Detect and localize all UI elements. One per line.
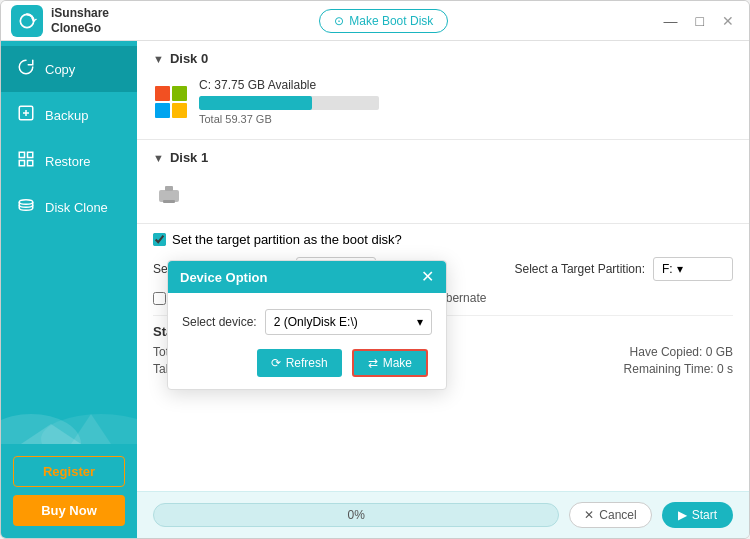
- disk1-area: ▼ Disk 1 Devi: [137, 140, 749, 224]
- svg-rect-4: [19, 152, 24, 157]
- disk0-header[interactable]: ▼ Disk 0: [153, 51, 733, 66]
- dialog-select-dropdown[interactable]: 2 (OnlyDisk E:\) ▾: [265, 309, 432, 335]
- minimize-button[interactable]: —: [659, 11, 683, 31]
- title-bar-center: ⊙ Make Boot Disk: [109, 9, 659, 33]
- restore-icon: [17, 150, 35, 172]
- dialog-header: Device Option ✕: [168, 261, 446, 293]
- disk0-title: Disk 0: [170, 51, 208, 66]
- cancel-icon: ✕: [584, 508, 594, 522]
- svg-rect-6: [19, 161, 24, 166]
- dropdown-chevron-icon: ▾: [417, 315, 423, 329]
- app-window: iSunshare CloneGo ⊙ Make Boot Disk — □ ✕: [0, 0, 750, 539]
- target-partition-label: Select a Target Partition:: [514, 262, 645, 276]
- register-button[interactable]: Register: [13, 456, 125, 487]
- have-copied-value: Have Copied: 0 GB: [630, 345, 733, 359]
- sidebar-disk-clone-label: Disk Clone: [45, 200, 108, 215]
- main-area: Copy Backup Restore: [1, 41, 749, 538]
- device-option-dialog: Device Option ✕ Select device: 2 (OnlyDi…: [167, 260, 447, 390]
- app-logo: [11, 5, 43, 37]
- disk1-item: [153, 173, 733, 213]
- cancel-button[interactable]: ✕ Cancel: [569, 502, 651, 528]
- title-bar-right: — □ ✕: [659, 11, 739, 31]
- sidebar-nav: Copy Backup Restore: [1, 41, 137, 245]
- remaining-time-value: Remaining Time: 0 s: [624, 362, 733, 376]
- boot-disk-icon: ⊙: [334, 14, 344, 28]
- disk0-area: ▼ Disk 0 C: 37.75 GB Available: [137, 41, 749, 140]
- target-partition-value: F:: [662, 262, 673, 276]
- disk0-info: C: 37.75 GB Available Total 59.37 GB: [199, 78, 733, 125]
- boot-checkbox-label: Set the target partition as the boot dis…: [172, 232, 402, 247]
- progress-text: 0%: [347, 508, 364, 522]
- disk0-item: C: 37.75 GB Available Total 59.37 GB: [153, 74, 733, 129]
- dialog-select-label: Select device:: [182, 315, 257, 329]
- make-boot-disk-button[interactable]: ⊙ Make Boot Disk: [319, 9, 448, 33]
- disk0-progress-bg: [199, 96, 379, 110]
- usb-drive-icon: [153, 177, 185, 209]
- dialog-box: Device Option ✕ Select device: 2 (OnlyDi…: [167, 260, 447, 390]
- close-button[interactable]: ✕: [717, 11, 739, 31]
- disk0-total: Total 59.37 GB: [199, 113, 733, 125]
- dialog-close-button[interactable]: ✕: [421, 269, 434, 285]
- sidebar-item-copy[interactable]: Copy: [1, 46, 137, 92]
- start-icon: ▶: [678, 508, 687, 522]
- refresh-icon: ⟳: [271, 356, 281, 370]
- make-button[interactable]: ⇄ Make: [352, 349, 428, 377]
- disk0-label: C: 37.75 GB Available: [199, 78, 733, 92]
- disk1-title: Disk 1: [170, 150, 208, 165]
- boot-checkbox[interactable]: [153, 233, 166, 246]
- disk0-icon: [153, 84, 189, 120]
- progress-container: 0%: [153, 503, 559, 527]
- disk1-chevron: ▼: [153, 152, 164, 164]
- disk-clone-icon: [17, 196, 35, 218]
- sidebar-backup-label: Backup: [45, 108, 88, 123]
- dialog-body: Select device: 2 (OnlyDisk E:\) ▾ ⟳ Refr…: [168, 293, 446, 389]
- svg-rect-7: [28, 161, 33, 166]
- buy-now-button[interactable]: Buy Now: [13, 495, 125, 526]
- cloud-decoration: [1, 374, 137, 444]
- svg-rect-15: [163, 200, 175, 203]
- sidebar-footer: Register Buy Now: [1, 444, 137, 538]
- sidebar: Copy Backup Restore: [1, 41, 137, 538]
- boot-checkbox-row: Set the target partition as the boot dis…: [153, 232, 733, 247]
- copy-icon: [17, 58, 35, 80]
- logo-icon: [17, 11, 37, 31]
- svg-rect-5: [28, 152, 33, 157]
- dialog-select-row: Select device: 2 (OnlyDisk E:\) ▾: [182, 309, 432, 335]
- backup-icon: [17, 104, 35, 126]
- footer: 0% ✕ Cancel ▶ Start: [137, 491, 749, 538]
- dialog-actions: ⟳ Refresh ⇄ Make: [182, 349, 432, 377]
- sidebar-item-backup[interactable]: Backup: [1, 92, 137, 138]
- app-name: iSunshare CloneGo: [51, 6, 109, 35]
- disk0-progress-fill: [199, 96, 312, 110]
- windows-icon: [155, 86, 187, 118]
- target-dropdown-icon: ▾: [677, 262, 683, 276]
- after-finished-checkbox[interactable]: [153, 292, 166, 305]
- title-bar: iSunshare CloneGo ⊙ Make Boot Disk — □ ✕: [1, 1, 749, 41]
- sidebar-item-disk-clone[interactable]: Disk Clone: [1, 184, 137, 230]
- target-partition-select[interactable]: F: ▾: [653, 257, 733, 281]
- svg-rect-14: [165, 186, 173, 191]
- disk0-chevron: ▼: [153, 53, 164, 65]
- content-area: ▼ Disk 0 C: 37.75 GB Available: [137, 41, 749, 538]
- dialog-title: Device Option: [180, 270, 267, 285]
- sidebar-copy-label: Copy: [45, 62, 75, 77]
- start-button[interactable]: ▶ Start: [662, 502, 733, 528]
- sidebar-restore-label: Restore: [45, 154, 91, 169]
- refresh-button[interactable]: ⟳ Refresh: [257, 349, 342, 377]
- svg-point-8: [19, 200, 33, 205]
- dialog-select-value: 2 (OnlyDisk E:\): [274, 315, 358, 329]
- sidebar-item-restore[interactable]: Restore: [1, 138, 137, 184]
- make-icon: ⇄: [368, 356, 378, 370]
- title-bar-left: iSunshare CloneGo: [11, 5, 109, 37]
- maximize-button[interactable]: □: [691, 11, 709, 31]
- disk1-header[interactable]: ▼ Disk 1: [153, 150, 733, 165]
